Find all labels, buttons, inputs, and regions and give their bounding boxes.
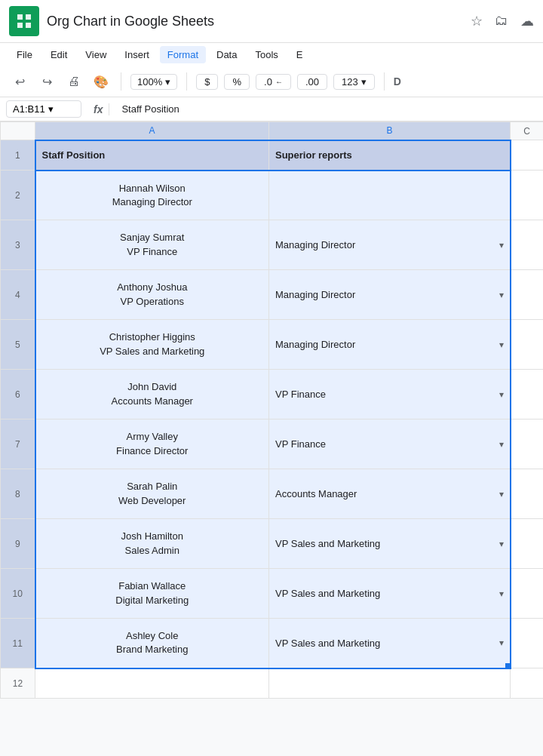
row-7-col-a[interactable]: Army ValleyFinance Director bbox=[35, 419, 269, 469]
col-b-header[interactable]: B bbox=[269, 122, 511, 140]
col-c-header[interactable]: C bbox=[511, 122, 544, 140]
undo-button[interactable]: ↩ bbox=[9, 71, 30, 92]
toolbar-separator-2 bbox=[186, 72, 187, 91]
table-row: 6 John DavidAccounts Manager VP Finance … bbox=[1, 370, 544, 419]
menu-data[interactable]: Data bbox=[209, 46, 244, 63]
menu-insert[interactable]: Insert bbox=[117, 46, 157, 63]
row-11-col-c bbox=[511, 619, 544, 668]
row-7-col-b[interactable]: VP Finance ▾ bbox=[269, 419, 511, 469]
table-row: 8 Sarah PalinWeb Developer Accounts Mana… bbox=[1, 469, 544, 519]
decimal-less-button[interactable]: .0 ← bbox=[256, 74, 291, 90]
row-10-superior: VP Sales and Marketing ▾ bbox=[275, 588, 504, 599]
table-row: 10 Fabian WallaceDigital Marketing VP Sa… bbox=[1, 569, 544, 619]
table-row: 2 Hannah WilsonManaging Director bbox=[1, 171, 544, 220]
row-6-dropdown-icon[interactable]: ▾ bbox=[499, 389, 504, 400]
menu-view[interactable]: View bbox=[78, 46, 114, 63]
row-5-header: 5 bbox=[1, 320, 35, 370]
row-4-col-a[interactable]: Anthony JoshuaVP Operations bbox=[35, 270, 269, 320]
row-3-col-a[interactable]: Sanjay SumratVP Finance bbox=[35, 220, 269, 270]
folder-icon[interactable]: 🗂 bbox=[495, 13, 508, 29]
print-button[interactable]: 🖨 bbox=[63, 71, 84, 92]
row-3-staff-position: Sanjay SumratVP Finance bbox=[42, 231, 263, 258]
row-10-col-c bbox=[511, 569, 544, 619]
row-8-dropdown-icon[interactable]: ▾ bbox=[499, 489, 504, 499]
row-11-staff-position: Ashley ColeBrand Marketing bbox=[42, 629, 263, 656]
row-3-superior: Managing Director ▾ bbox=[275, 239, 504, 250]
row-7-dropdown-icon[interactable]: ▾ bbox=[499, 439, 504, 450]
row-8-superior: Accounts Manager ▾ bbox=[275, 488, 504, 499]
row-2-header: 2 bbox=[1, 171, 35, 220]
menu-tools[interactable]: Tools bbox=[247, 46, 285, 63]
col-a-header-cell[interactable]: Staff Position bbox=[35, 140, 269, 171]
row-4-col-b[interactable]: Managing Director ▾ bbox=[269, 270, 511, 320]
column-header-row: A B C bbox=[1, 122, 544, 140]
row-2-col-b[interactable] bbox=[269, 171, 511, 220]
zoom-dropdown-icon: ▾ bbox=[165, 76, 170, 88]
row-10-col-b[interactable]: VP Sales and Marketing ▾ bbox=[269, 569, 511, 619]
row-9-header: 9 bbox=[1, 519, 35, 569]
title-action-icons: ☆ 🗂 ☁ bbox=[471, 13, 534, 29]
header-row: 1 Staff Position Superior reports bbox=[1, 140, 544, 171]
row-10-staff-position: Fabian WallaceDigital Marketing bbox=[42, 579, 263, 607]
row-8-col-b[interactable]: Accounts Manager ▾ bbox=[269, 469, 511, 519]
document-title: Org Chart in Google Sheets bbox=[47, 14, 463, 29]
format-number-button[interactable]: 123 ▾ bbox=[333, 74, 375, 90]
currency-button[interactable]: $ bbox=[196, 74, 218, 90]
decimal-more-button[interactable]: .00 bbox=[297, 74, 327, 90]
currency-label: $ bbox=[204, 76, 210, 88]
row-3-dropdown-icon[interactable]: ▾ bbox=[499, 240, 504, 250]
row-5-dropdown-icon[interactable]: ▾ bbox=[499, 340, 504, 350]
row-2-col-c bbox=[511, 171, 544, 220]
row-5-col-a[interactable]: Christopher HigginsVP Sales and Marketin… bbox=[35, 320, 269, 370]
row-5-col-b[interactable]: Managing Director ▾ bbox=[269, 320, 511, 370]
row-9-dropdown-icon[interactable]: ▾ bbox=[499, 539, 504, 549]
table-row: 5 Christopher HigginsVP Sales and Market… bbox=[1, 320, 544, 370]
row-5-col-c bbox=[511, 320, 544, 370]
row-4-superior: Managing Director ▾ bbox=[275, 289, 504, 300]
col-a-header-label: Staff Position bbox=[42, 149, 106, 161]
cell-ref-dropdown-icon: ▾ bbox=[48, 103, 54, 115]
cell-reference[interactable]: A1:B11 ▾ bbox=[6, 100, 81, 118]
row-6-col-a[interactable]: John DavidAccounts Manager bbox=[35, 370, 269, 419]
row-10-col-a[interactable]: Fabian WallaceDigital Marketing bbox=[35, 569, 269, 619]
row-11-col-b[interactable]: VP Sales and Marketing ▾ bbox=[269, 619, 511, 668]
row-1-header: 1 bbox=[1, 140, 35, 171]
menu-extension[interactable]: E bbox=[289, 46, 311, 63]
toolbar-separator-1 bbox=[121, 72, 121, 91]
menu-bar: File Edit View Insert Format Data Tools … bbox=[0, 43, 543, 66]
row-4-dropdown-icon[interactable]: ▾ bbox=[499, 290, 504, 300]
svg-rect-2 bbox=[17, 23, 23, 28]
row-9-col-a[interactable]: Josh HamiltonSales Admin bbox=[35, 519, 269, 569]
row-2-staff-position: Hannah WilsonManaging Director bbox=[42, 182, 263, 209]
row-9-col-b[interactable]: VP Sales and Marketing ▾ bbox=[269, 519, 511, 569]
row-6-header: 6 bbox=[1, 370, 35, 419]
row-11-dropdown-icon[interactable]: ▾ bbox=[499, 638, 504, 648]
percent-button[interactable]: % bbox=[224, 74, 250, 90]
row-10-header: 10 bbox=[1, 569, 35, 619]
row-12-col-b[interactable] bbox=[269, 668, 511, 699]
row-6-col-b[interactable]: VP Finance ▾ bbox=[269, 370, 511, 419]
star-icon[interactable]: ☆ bbox=[471, 13, 483, 29]
col-b-header-cell[interactable]: Superior reports bbox=[269, 140, 511, 171]
paint-format-button[interactable]: 🎨 bbox=[90, 71, 112, 92]
app-icon bbox=[9, 6, 39, 36]
row-8-col-a[interactable]: Sarah PalinWeb Developer bbox=[35, 469, 269, 519]
cloud-icon[interactable]: ☁ bbox=[520, 13, 534, 29]
row-11-col-a[interactable]: Ashley ColeBrand Marketing bbox=[35, 619, 269, 668]
row-12-col-c bbox=[511, 668, 544, 699]
col-a-header[interactable]: A bbox=[35, 122, 269, 140]
row-7-staff-position: Army ValleyFinance Director bbox=[42, 430, 263, 457]
zoom-control[interactable]: 100% ▾ bbox=[130, 74, 177, 90]
row-12-col-a[interactable] bbox=[35, 668, 269, 699]
selection-resize-handle[interactable] bbox=[505, 663, 511, 669]
menu-format[interactable]: Format bbox=[160, 46, 206, 63]
svg-rect-0 bbox=[17, 14, 23, 20]
menu-file[interactable]: File bbox=[9, 46, 40, 63]
menu-edit[interactable]: Edit bbox=[43, 46, 75, 63]
row-10-dropdown-icon[interactable]: ▾ bbox=[499, 589, 504, 599]
row-3-col-b[interactable]: Managing Director ▾ bbox=[269, 220, 511, 270]
redo-button[interactable]: ↪ bbox=[36, 71, 57, 92]
fx-label: fx bbox=[87, 103, 109, 115]
row-2-col-a[interactable]: Hannah WilsonManaging Director bbox=[35, 171, 269, 220]
table-row: 4 Anthony JoshuaVP Operations Managing D… bbox=[1, 270, 544, 320]
